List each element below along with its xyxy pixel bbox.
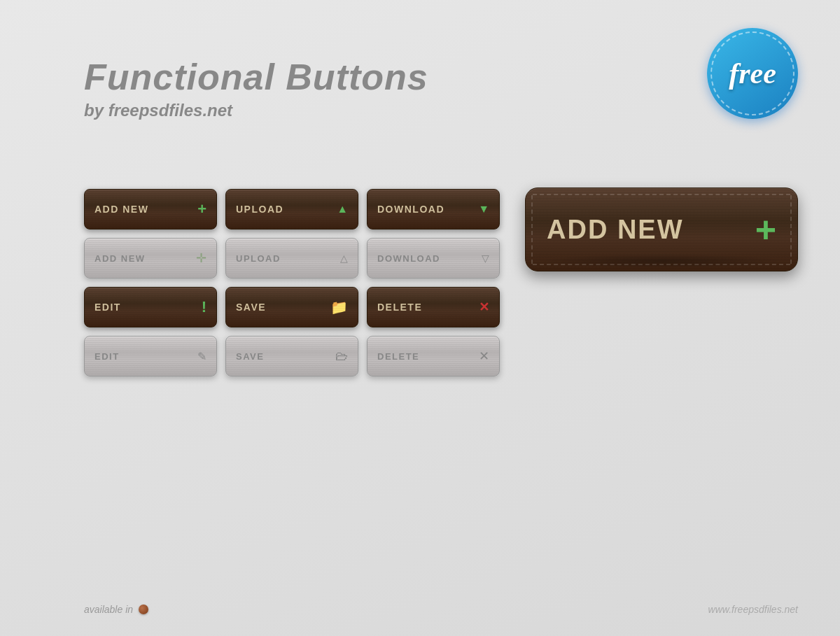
large-btn-shadow xyxy=(539,254,784,268)
add-new-light-label: ADD NEW xyxy=(94,253,146,264)
save-dark-button[interactable]: SAVE 📁 xyxy=(225,287,358,327)
upload-light-label: UPLOAD xyxy=(236,253,281,264)
delete-dark-button[interactable]: DELETE ✕ xyxy=(367,287,500,327)
delete-light-button[interactable]: DELETE ✕ xyxy=(367,336,500,376)
subtitle: by freepsdfiles.net xyxy=(84,101,428,120)
free-badge-label: free xyxy=(729,57,776,90)
footer-left: available in xyxy=(84,604,148,615)
upload-light-icon: △ xyxy=(340,253,348,264)
edit-light-label: EDIT xyxy=(94,351,120,362)
free-badge: free xyxy=(707,28,798,119)
delete-red-icon: ✕ xyxy=(479,299,489,315)
upload-dark-label: UPLOAD xyxy=(236,204,284,215)
add-new-dark-button[interactable]: ADD NEW + xyxy=(84,189,217,229)
download-light-icon: ▽ xyxy=(482,253,489,264)
save-dark-label: SAVE xyxy=(236,302,266,313)
edit-pencil-icon: ✎ xyxy=(197,350,206,363)
add-new-light-button[interactable]: ADD NEW ✛ xyxy=(84,238,217,278)
download-dark-label: DOWNLOAD xyxy=(377,204,444,215)
save-light-button[interactable]: SAVE 🗁 xyxy=(225,336,358,376)
title-area: Functional Buttons by freepsdfiles.net xyxy=(84,56,428,120)
stitch-right xyxy=(790,195,792,264)
edit-exclaim-icon: ! xyxy=(202,298,206,316)
edit-dark-label: EDIT xyxy=(94,302,121,313)
upload-light-button[interactable]: UPLOAD △ xyxy=(225,238,358,278)
save-folder-light-icon: 🗁 xyxy=(335,349,348,364)
save-folder-icon: 📁 xyxy=(330,299,348,316)
edit-dark-button[interactable]: EDIT ! xyxy=(84,287,217,327)
large-plus-icon: + xyxy=(755,209,776,250)
stitch-top xyxy=(533,194,790,195)
main-title: Functional Buttons xyxy=(84,56,428,98)
delete-dark-label: DELETE xyxy=(377,302,422,313)
add-new-large-label: ADD NEW xyxy=(547,215,684,245)
download-light-label: DOWNLOAD xyxy=(377,253,440,264)
add-new-dark-label: ADD NEW xyxy=(94,204,148,215)
free-badge-circle: free xyxy=(707,28,798,119)
delete-light-label: DELETE xyxy=(377,351,419,362)
plus-outline-icon: ✛ xyxy=(196,250,206,266)
download-arrow-icon: ▼ xyxy=(478,203,489,215)
upload-arrow-icon: ▲ xyxy=(337,203,348,215)
footer-website: www.freepsdfiles.net xyxy=(708,604,798,615)
buttons-grid: ADD NEW + UPLOAD ▲ DOWNLOAD ▼ ADD NEW ✛ … xyxy=(84,189,500,376)
delete-gray-icon: ✕ xyxy=(479,348,489,364)
upload-dark-button[interactable]: UPLOAD ▲ xyxy=(225,189,358,229)
download-light-button[interactable]: DOWNLOAD ▽ xyxy=(367,238,500,278)
psd-dot xyxy=(139,605,148,614)
save-light-label: SAVE xyxy=(236,351,264,362)
stitch-left xyxy=(531,195,533,264)
available-text: available in xyxy=(84,604,133,615)
download-dark-button[interactable]: DOWNLOAD ▼ xyxy=(367,189,500,229)
edit-light-button[interactable]: EDIT ✎ xyxy=(84,336,217,376)
plus-icon: + xyxy=(197,200,206,218)
